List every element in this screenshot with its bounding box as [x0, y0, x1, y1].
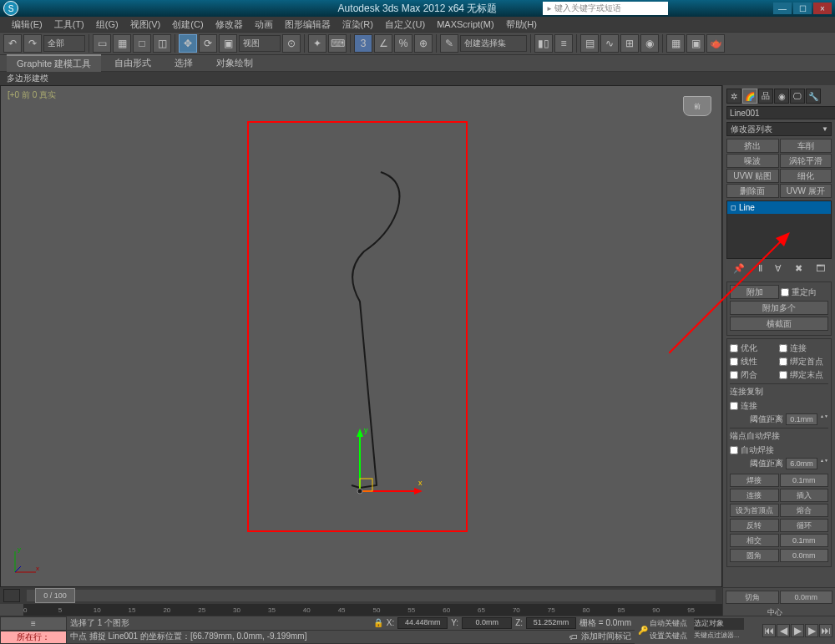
- script-mini[interactable]: ≡: [0, 616, 67, 631]
- manipulate-button[interactable]: ✦: [308, 34, 326, 53]
- select-name-button[interactable]: ▦: [113, 34, 131, 53]
- menu-edit[interactable]: 编辑(E): [7, 17, 48, 33]
- menu-help[interactable]: 帮助(H): [501, 17, 542, 33]
- selection-filter[interactable]: 全部: [43, 35, 85, 52]
- rect-select-button[interactable]: □: [133, 34, 151, 53]
- goto-end-icon[interactable]: ⏭: [819, 624, 832, 637]
- play-icon[interactable]: ▶: [791, 624, 804, 637]
- z-coord[interactable]: 51.252mm: [526, 617, 576, 629]
- tag-icon[interactable]: 🏷: [569, 632, 578, 641]
- bind-first-check[interactable]: [779, 357, 787, 366]
- viewport[interactable]: [+0 前 0 真实 前 y x y x: [0, 85, 722, 587]
- setkey-button[interactable]: 设置关键点: [650, 631, 693, 642]
- maximize-button[interactable]: ☐: [793, 3, 812, 14]
- attach-mult-button[interactable]: 附加多个: [730, 301, 828, 315]
- angle-snap-button[interactable]: ∠: [374, 34, 392, 53]
- menu-tools[interactable]: 工具(T): [49, 17, 89, 33]
- layers-button[interactable]: ▤: [580, 34, 599, 53]
- snap-button[interactable]: 3: [354, 34, 372, 53]
- connect-button[interactable]: 连接: [730, 489, 779, 502]
- align-button[interactable]: ≡: [554, 34, 573, 53]
- mod-uvwunwrap[interactable]: UVW 展开: [780, 184, 832, 198]
- render-setup-button[interactable]: ▦: [666, 34, 685, 53]
- spinner-snap-button[interactable]: ⊕: [414, 34, 433, 53]
- tab-graphite[interactable]: Graphite 建模工具: [7, 54, 101, 72]
- keyfilter-button[interactable]: 关键点过滤器...: [694, 631, 761, 642]
- tab-select[interactable]: 选择: [164, 55, 203, 71]
- stack-item-line[interactable]: Line: [727, 201, 831, 214]
- y-coord[interactable]: 0.0mm: [462, 617, 512, 629]
- minimize-button[interactable]: —: [773, 3, 792, 14]
- menu-group[interactable]: 组(G): [91, 17, 124, 33]
- undo-button[interactable]: ↶: [3, 34, 22, 53]
- modifier-stack[interactable]: Line: [726, 200, 832, 259]
- fuse-button[interactable]: 熔合: [780, 504, 829, 517]
- copy-thresh-val[interactable]: 0.1mm: [786, 413, 817, 425]
- move-button[interactable]: ✥: [179, 34, 197, 53]
- autokey-button[interactable]: 自动关键点: [650, 618, 693, 630]
- remove-icon[interactable]: ✖: [795, 263, 802, 274]
- tab-freeform[interactable]: 自由形式: [104, 55, 161, 71]
- attach-button[interactable]: 附加: [730, 285, 779, 299]
- next-frame-icon[interactable]: ▶: [805, 624, 818, 637]
- percent-snap-button[interactable]: %: [394, 34, 412, 53]
- spinner-icon[interactable]: ▲▼: [820, 458, 828, 469]
- mod-deletemesh[interactable]: 删除面: [726, 184, 779, 198]
- mod-extrude[interactable]: 挤出: [726, 139, 779, 153]
- bind-last-check[interactable]: [779, 371, 787, 379]
- object-name-input[interactable]: [726, 106, 835, 119]
- script-listener[interactable]: 所在行：: [0, 631, 67, 645]
- spinner-icon[interactable]: ▲▼: [820, 413, 828, 425]
- selobj-button[interactable]: 选定对象: [694, 618, 744, 630]
- viewcube[interactable]: 前: [683, 96, 711, 116]
- tab-objpaint[interactable]: 对象绘制: [206, 55, 263, 71]
- menu-create[interactable]: 创建(C): [167, 17, 208, 33]
- search-input[interactable]: 键入关键字或短语: [543, 2, 668, 15]
- goto-start-icon[interactable]: ⏮: [762, 624, 776, 637]
- x-coord[interactable]: 44.448mm: [397, 617, 448, 629]
- viewport-label[interactable]: [+0 前 0 真实: [8, 89, 56, 101]
- mod-turbosmooth[interactable]: 涡轮平滑: [780, 154, 832, 168]
- time-slider[interactable]: 0 / 100: [0, 587, 722, 604]
- ref-coord[interactable]: 视图: [239, 35, 281, 52]
- hierarchy-tab[interactable]: 品: [758, 89, 773, 104]
- ribbon-subbar[interactable]: 多边形建模: [0, 72, 835, 85]
- mod-lathe[interactable]: 车削: [780, 139, 832, 153]
- chamfer-button[interactable]: 切角: [726, 591, 779, 604]
- menu-grapheditors[interactable]: 图形编辑器: [280, 17, 336, 33]
- material-button[interactable]: ◉: [640, 34, 659, 53]
- keyboard-button[interactable]: ⌨: [328, 34, 347, 53]
- render-button[interactable]: 🫖: [706, 34, 725, 53]
- menu-maxscript[interactable]: MAXScript(M): [432, 18, 498, 31]
- render-frame-button[interactable]: ▣: [686, 34, 705, 53]
- lock-icon[interactable]: 🔒: [373, 618, 383, 627]
- redo-button[interactable]: ↷: [23, 34, 42, 53]
- time-slider-handle[interactable]: 0 / 100: [35, 588, 75, 603]
- add-time-tag[interactable]: 添加时间标记: [581, 631, 631, 642]
- reorient-check[interactable]: [781, 288, 789, 297]
- reverse-button[interactable]: 反转: [730, 519, 779, 532]
- key-icon[interactable]: 🔑: [638, 626, 648, 635]
- utilities-tab[interactable]: 🔧: [806, 89, 821, 104]
- menu-customize[interactable]: 自定义(U): [380, 17, 430, 33]
- unique-icon[interactable]: ∀: [775, 263, 782, 274]
- app-logo[interactable]: S: [3, 1, 18, 16]
- cross-button[interactable]: 相交: [730, 534, 779, 547]
- cycle-button[interactable]: 循环: [780, 519, 829, 532]
- weld-thresh-val[interactable]: 6.0mm: [786, 458, 817, 469]
- copy-connect-check[interactable]: [730, 402, 738, 410]
- time-ruler[interactable]: 05 1015 2025 3035 4045 5055 6065 7075 80…: [23, 604, 722, 616]
- mod-uvwmap[interactable]: UVW 贴图: [726, 169, 779, 183]
- create-tab[interactable]: ✲: [726, 89, 741, 104]
- prev-frame-icon[interactable]: ◀: [777, 624, 790, 637]
- close-button[interactable]: ×: [813, 3, 832, 14]
- modifier-list[interactable]: 修改器列表: [726, 122, 832, 136]
- window-crossing-button[interactable]: ◫: [153, 34, 171, 53]
- edit-named-button[interactable]: ✎: [440, 34, 458, 53]
- connect-check[interactable]: [779, 344, 787, 352]
- show-result-icon[interactable]: Ⅱ: [758, 263, 762, 274]
- curve-editor-button[interactable]: ∿: [600, 34, 619, 53]
- menu-render[interactable]: 渲染(R): [337, 17, 378, 33]
- mirror-button[interactable]: ▮▯: [534, 34, 553, 53]
- insert-button[interactable]: 插入: [780, 489, 829, 502]
